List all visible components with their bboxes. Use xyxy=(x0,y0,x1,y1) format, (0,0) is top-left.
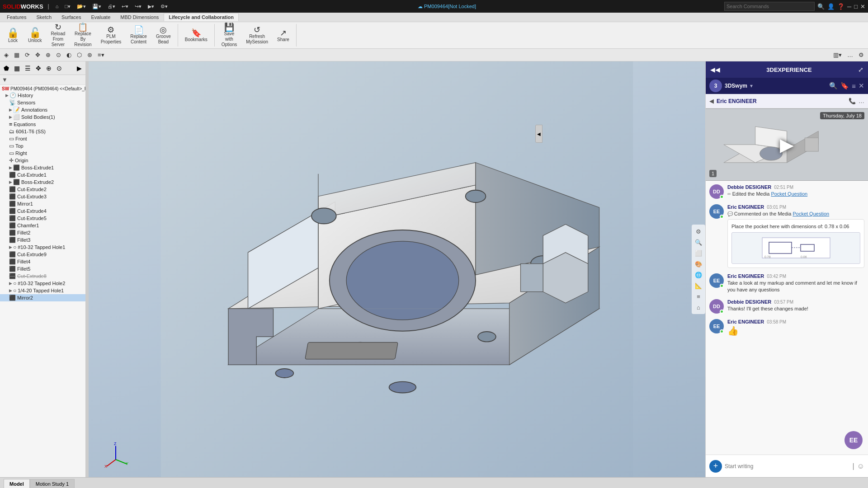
tree-expand-icon[interactable]: ▶ xyxy=(75,63,84,73)
tree-item-cut-extrude1[interactable]: ⬛ Cut-Extrude1 xyxy=(0,171,85,178)
tree-item-front[interactable]: ▭ Front xyxy=(0,135,85,142)
tab-model[interactable]: Model xyxy=(4,479,30,488)
tree-item-top[interactable]: ▭ Top xyxy=(0,142,85,150)
cursor-icon-btn[interactable]: | xyxy=(853,462,854,470)
tree-icon-4[interactable]: ✥ xyxy=(34,63,43,73)
print-btn[interactable]: 🖨▾ xyxy=(106,3,117,10)
options-btn[interactable]: ⚙▾ xyxy=(159,3,170,10)
search-input[interactable] xyxy=(724,2,815,11)
rp-collapse-left-btn[interactable]: ◀◀ xyxy=(709,65,721,74)
tree-item-right[interactable]: ▭ Right xyxy=(0,150,85,157)
tree-item-mirror1[interactable]: ⬛ Mirror1 xyxy=(0,200,85,207)
tb-icon-more[interactable]: … xyxy=(845,50,855,60)
tree-item-cut-extrude4[interactable]: ⬛ Cut-Extrude4 xyxy=(0,207,85,215)
tree-item-cut-extrude3[interactable]: ⬛ Cut-Extrude3 xyxy=(0,193,85,200)
tree-item-fillet2[interactable]: ⬛ Fillet2 xyxy=(0,229,85,236)
redo-btn[interactable]: ↪▾ xyxy=(133,3,143,10)
save-with-options-btn[interactable]: 💾 SavewithOptions xyxy=(217,21,241,50)
tree-root[interactable]: SW PM009464 (PM009464) <<Default>_Phot xyxy=(0,86,85,92)
tree-item-cut-extrude5[interactable]: ⬛ Cut-Extrude5 xyxy=(0,215,85,222)
tree-item-tapped-hole3[interactable]: ▶ ○ 1/4-20 Tapped Hole1 xyxy=(0,287,85,294)
tb-view-settings[interactable]: ▥▾ xyxy=(831,50,844,60)
save-btn[interactable]: 💾▾ xyxy=(90,3,103,10)
tree-icon-1[interactable]: ⬟ xyxy=(2,63,11,73)
tree-item-fillet4[interactable]: ⬛ Fillet4 xyxy=(0,258,85,265)
tree-item-fillet3[interactable]: ⬛ Fillet3 xyxy=(0,236,85,244)
tree-icon-6[interactable]: ⊙ xyxy=(55,63,64,73)
close-btn[interactable]: ✕ xyxy=(860,3,865,10)
home-view-btn[interactable]: ⌂ xyxy=(693,302,703,312)
tree-item-fillet5[interactable]: ⬛ Fillet5 xyxy=(0,265,85,272)
tree-icon-5[interactable]: ⊕ xyxy=(44,63,53,73)
tree-item-equations[interactable]: = Equations xyxy=(0,121,85,128)
current-user-avatar[interactable]: EE xyxy=(844,431,863,449)
tab-features[interactable]: Features xyxy=(2,13,31,21)
plm-properties-btn[interactable]: ⚙ PLMProperties xyxy=(97,23,126,47)
rp-menu-btn[interactable]: ≡ xyxy=(852,82,856,90)
tb-icon-9[interactable]: ⊛ xyxy=(85,50,94,60)
refresh-session-btn[interactable]: ↺ RefreshMySession xyxy=(242,23,272,47)
play-btn[interactable]: ▶▾ xyxy=(146,3,156,10)
rp-close-btn[interactable]: ✕ xyxy=(859,82,864,90)
play-button[interactable]: ▶ xyxy=(780,134,794,155)
tree-icon-2[interactable]: ▦ xyxy=(12,63,22,73)
tree-item-history[interactable]: ▶ 🕐 History xyxy=(0,92,85,99)
tab-lifecycle[interactable]: Lifecycle and Collaboration xyxy=(164,13,239,21)
rp-expand-btn[interactable]: ⤢ xyxy=(857,65,864,74)
open-btn[interactable]: 📂▾ xyxy=(75,3,88,10)
tab-sketch[interactable]: Sketch xyxy=(31,13,57,21)
tree-item-cut-extrude2[interactable]: ⬛ Cut-Extrude2 xyxy=(0,186,85,193)
groove-bead-btn[interactable]: ◎ GrooveBead xyxy=(152,23,175,47)
tree-item-cut-extrude8[interactable]: ⬛ Cut-Extrude8 xyxy=(0,272,85,280)
zoom-in-btn[interactable]: 🔍 xyxy=(693,237,703,247)
tb-icon-2[interactable]: ▦ xyxy=(12,50,22,60)
tb-icon-6[interactable]: ⊙ xyxy=(54,50,63,60)
tb-icon-10[interactable]: ≡▾ xyxy=(95,50,107,60)
viewport[interactable]: ⚙ 🔍 ⬜ 🎨 🌐 📐 ≡ ⌂ X Y Z ◀ xyxy=(89,61,705,477)
replace-content-btn[interactable]: 📄 ReplaceContent xyxy=(126,23,151,47)
tree-item-material[interactable]: 🗂 6061-T6 (SS) xyxy=(0,128,85,135)
search-submit-btn[interactable]: 🔍 xyxy=(817,3,825,10)
annotation-view-btn[interactable]: ≡ xyxy=(693,291,703,301)
section-view-btn[interactable]: ⬜ xyxy=(693,248,703,258)
bookmarks-btn[interactable]: 🔖 Bookmarks xyxy=(181,27,212,44)
message-input[interactable] xyxy=(725,463,850,469)
lock-btn[interactable]: 🔒 Lock xyxy=(3,26,23,45)
tb-icon-8[interactable]: ⬡ xyxy=(75,50,84,60)
measure-btn[interactable]: 📐 xyxy=(693,281,703,291)
tree-item-boss-extrude2[interactable]: ▶ ⬛ Boss-Extrude2 xyxy=(0,178,85,186)
tree-icon-3[interactable]: ☰ xyxy=(23,63,33,73)
reload-btn[interactable]: ↻ ReloadFromServer xyxy=(47,21,70,50)
unlock-btn[interactable]: 🔓 Unlock xyxy=(24,26,46,45)
platform-dropdown-icon[interactable]: ▾ xyxy=(750,83,753,89)
right-panel-collapse-btn[interactable]: ◀ xyxy=(535,125,542,143)
tab-motion-study[interactable]: Motion Study 1 xyxy=(30,479,75,488)
tree-item-boss-extrude1[interactable]: ▶ ⬛ Boss-Extrude1 xyxy=(0,164,85,171)
scene-btn[interactable]: 🌐 xyxy=(693,270,703,280)
platform-name[interactable]: 3DSwym xyxy=(725,83,747,89)
msg1-link[interactable]: Pocket Question xyxy=(771,191,807,197)
tree-item-origin[interactable]: ✛ Origin xyxy=(0,157,85,164)
rp-media-thumbnail[interactable]: Thursday, July 18 ▶ 1 xyxy=(706,108,868,181)
tree-item-tapped-hole2[interactable]: ▶ ○ #10-32 Tapped Hole2 xyxy=(0,280,85,287)
tab-mbd[interactable]: MBD Dimensions xyxy=(115,13,164,21)
filter-icon[interactable]: ▼ xyxy=(2,76,8,83)
viewport-settings-btn[interactable]: ⚙ xyxy=(856,50,866,60)
tb-icon-7[interactable]: ◐ xyxy=(64,50,74,60)
rp-more-btn[interactable]: … xyxy=(859,98,864,104)
tab-surfaces[interactable]: Surfaces xyxy=(57,13,86,21)
rp-back-btn[interactable]: ◀ xyxy=(709,98,714,104)
emoji-btn[interactable]: ☺ xyxy=(857,462,864,470)
tree-item-annotations[interactable]: ▶ 📝 Annotations xyxy=(0,106,85,113)
view-settings-btn[interactable]: ⚙ xyxy=(693,226,703,236)
tb-icon-5[interactable]: ⊕ xyxy=(43,50,53,60)
replace-by-revision-btn[interactable]: 📋 ReplaceByRevision xyxy=(70,21,95,50)
rp-phone-btn[interactable]: 📞 xyxy=(849,98,856,104)
tree-item-cut-extrude9[interactable]: ⬛ Cut-Extrude9 xyxy=(0,251,85,258)
home-btn[interactable]: ⌂ xyxy=(54,3,61,10)
user-profile-btn[interactable]: 👤 xyxy=(827,3,835,10)
tb-icon-1[interactable]: ◈ xyxy=(2,50,11,60)
msg2-link[interactable]: Pocket Question xyxy=(793,211,829,216)
tb-icon-3[interactable]: ⟳ xyxy=(23,50,32,60)
share-btn[interactable]: ↗ Share xyxy=(273,27,293,44)
